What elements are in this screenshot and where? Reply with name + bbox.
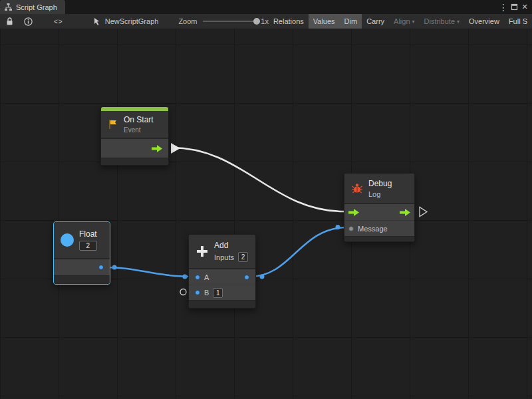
zoom-value: 1x	[261, 17, 269, 25]
edit-source-button[interactable]: <>	[52, 14, 65, 29]
script-graph-icon	[4, 3, 13, 11]
graph-toolbar: <> NewScriptGraph Zoom 1x Relations Valu…	[0, 14, 532, 29]
node-title: On Start	[124, 115, 154, 124]
value-input-hint-circle	[180, 289, 186, 295]
add-output-port[interactable]	[244, 275, 249, 280]
zoom-slider[interactable]	[203, 14, 257, 29]
flag-icon	[108, 119, 118, 130]
node-subtitle: Log	[368, 190, 392, 198]
tab-script-graph[interactable]: Script Graph	[0, 0, 65, 14]
titlebar: Script Graph ⋮ ✕	[0, 0, 532, 14]
node-float[interactable]: Float 2	[53, 221, 110, 285]
add-input-b-port[interactable]	[195, 290, 200, 295]
plus-icon	[196, 245, 209, 258]
node-add[interactable]: Add Inputs 2 A B 1	[188, 234, 256, 309]
add-input-a-port[interactable]	[195, 275, 200, 280]
node-footer	[189, 300, 255, 308]
dim-button[interactable]: Dim	[340, 14, 362, 29]
lock-button[interactable]	[4, 14, 15, 29]
chevron-down-icon: ▾	[412, 19, 415, 25]
add-b-value-field[interactable]: 1	[213, 288, 223, 298]
node-debug-log[interactable]: Debug Log Message	[344, 173, 415, 242]
node-footer	[54, 275, 110, 284]
bug-icon	[351, 182, 363, 194]
zoom-slider-track[interactable]	[203, 21, 257, 22]
message-input-port[interactable]	[348, 226, 354, 231]
zoom-label: Zoom	[178, 17, 197, 25]
inputs-label: Inputs	[214, 253, 234, 261]
distribute-button[interactable]: Distribute ▾	[420, 14, 464, 29]
port-row	[101, 139, 168, 158]
info-icon	[24, 17, 33, 26]
node-title: Add	[214, 241, 248, 250]
port-row	[344, 204, 414, 220]
flow-source-triangle	[171, 143, 180, 154]
node-title: Float	[79, 229, 97, 239]
node-on-start[interactable]: On Start Event	[100, 106, 169, 166]
toolbar-buttons: Relations Values Dim Carry Align ▾ Distr…	[269, 14, 532, 29]
wire-value-add-to-message[interactable]	[250, 227, 346, 277]
float-icon	[61, 233, 74, 247]
port-row: A	[189, 269, 255, 285]
float-value-field[interactable]: 2	[79, 241, 97, 251]
graph-name-label: NewScriptGraph	[105, 17, 159, 25]
node-header: Float 2	[54, 222, 110, 258]
titlebar-spacer	[65, 0, 498, 14]
float-output-port[interactable]	[98, 265, 104, 270]
node-footer	[344, 236, 414, 241]
flow-output-port[interactable]	[400, 209, 410, 216]
lock-icon	[6, 17, 13, 26]
window-float-icon[interactable]	[509, 0, 519, 14]
node-subtitle: Event	[124, 126, 154, 134]
port-label: B	[204, 289, 209, 297]
flow-input-port[interactable]	[348, 209, 359, 216]
wire-endpoint-dot	[260, 275, 265, 279]
port-row	[54, 259, 110, 275]
node-footer	[101, 158, 168, 165]
window-menu-icon[interactable]: ⋮	[498, 0, 509, 14]
tab-title: Script Graph	[16, 3, 57, 11]
fullscreen-button[interactable]: Full S	[504, 14, 532, 29]
wire-endpoint-dot	[112, 265, 117, 270]
window-close-icon[interactable]: ✕	[519, 0, 530, 14]
zoom-slider-handle[interactable]	[253, 18, 260, 25]
overview-button[interactable]: Overview	[464, 14, 504, 29]
values-button[interactable]: Values	[309, 14, 340, 29]
flow-output-hint-triangle	[420, 207, 427, 217]
align-button[interactable]: Align ▾	[389, 14, 419, 29]
code-icon: <>	[54, 18, 63, 25]
pointer-icon	[93, 17, 101, 25]
wire-endpoint-dot	[183, 275, 188, 279]
node-header: Add Inputs 2	[189, 235, 255, 268]
graph-breadcrumb[interactable]: NewScriptGraph	[93, 17, 159, 25]
unity-script-graph-window: Script Graph ⋮ ✕ <>	[0, 0, 532, 399]
node-title: Debug	[368, 179, 392, 188]
port-label: A	[204, 273, 209, 281]
inputs-count-field[interactable]: 2	[238, 252, 248, 262]
carry-button[interactable]: Carry	[362, 14, 389, 29]
port-row: B 1	[189, 285, 255, 300]
wire-flow-onstart-to-debuglog[interactable]	[172, 148, 344, 211]
flow-output-port[interactable]	[152, 145, 162, 152]
node-header: On Start Event	[101, 111, 168, 138]
inspect-button[interactable]	[22, 14, 35, 29]
maximize-icon	[511, 3, 518, 11]
node-header: Debug Log	[344, 174, 414, 203]
port-label: Message	[358, 225, 388, 233]
graph-canvas[interactable]: On Start Event	[0, 29, 532, 399]
wires-layer	[0, 29, 532, 399]
port-row: Message	[344, 220, 414, 236]
chevron-down-icon: ▾	[457, 19, 460, 25]
wire-endpoint-dot	[336, 225, 340, 229]
relations-button[interactable]: Relations	[269, 14, 309, 29]
